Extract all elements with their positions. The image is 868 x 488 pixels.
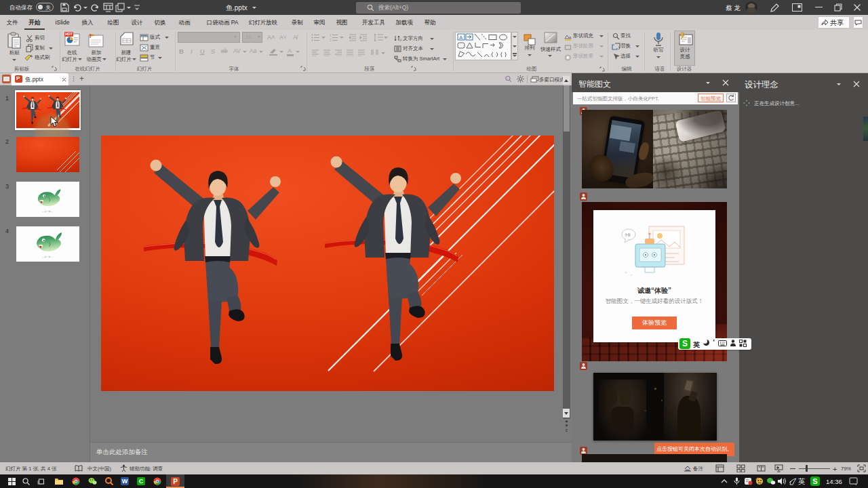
svg-text:1: 1 [330,34,332,37]
svg-text:— 第一页 —: — 第一页 — [42,256,54,258]
svg-text:A: A [459,35,463,41]
svg-text:— 第一页 —: — 第一页 — [42,210,54,213]
svg-text:HOT: HOT [65,32,73,36]
svg-text:A: A [400,38,401,42]
svg-text:Hi: Hi [625,232,631,238]
svg-text:2: 2 [330,39,332,41]
